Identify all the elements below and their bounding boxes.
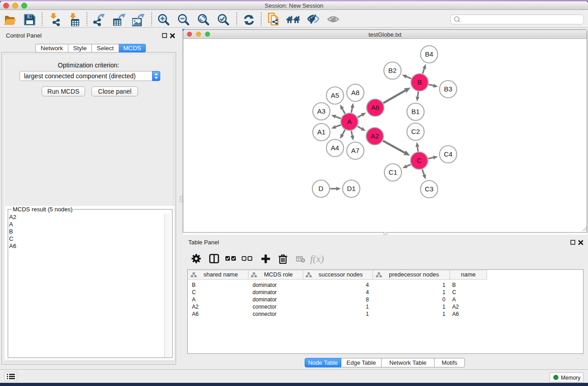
svg-text:C: C bbox=[417, 157, 422, 164]
svg-text:C3: C3 bbox=[425, 185, 433, 193]
svg-text:A1: A1 bbox=[317, 128, 325, 136]
svg-text:A5: A5 bbox=[331, 91, 339, 99]
svg-text:B2: B2 bbox=[388, 67, 397, 74]
svg-text:C1: C1 bbox=[388, 168, 397, 176]
svg-text:B3: B3 bbox=[444, 85, 452, 93]
svg-text:B: B bbox=[417, 78, 422, 86]
svg-text:A2: A2 bbox=[371, 132, 379, 140]
svg-text:C2: C2 bbox=[411, 128, 420, 135]
svg-text:B4: B4 bbox=[425, 50, 433, 58]
svg-text:A4: A4 bbox=[331, 144, 339, 152]
svg-text:C4: C4 bbox=[444, 150, 452, 158]
svg-text:B1: B1 bbox=[411, 108, 420, 115]
svg-text:A3: A3 bbox=[317, 107, 325, 115]
svg-text:A6: A6 bbox=[371, 104, 379, 111]
svg-text:D: D bbox=[319, 185, 324, 192]
svg-text:A8: A8 bbox=[351, 89, 359, 96]
svg-text:A7: A7 bbox=[351, 147, 359, 154]
svg-text:D1: D1 bbox=[347, 185, 355, 192]
svg-text:A: A bbox=[347, 118, 352, 125]
